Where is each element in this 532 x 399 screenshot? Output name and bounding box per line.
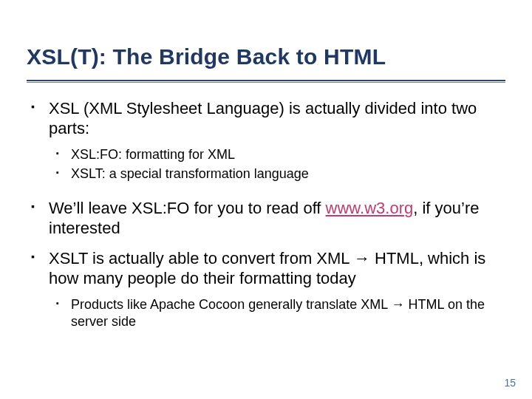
- w3-link[interactable]: www.w3.org: [326, 199, 414, 217]
- bullet-item: XSL (XML Stylesheet Language) is actuall…: [46, 99, 501, 183]
- bullet-item: XSLT is actually able to convert from XM…: [46, 249, 501, 330]
- page-number: 15: [504, 377, 516, 389]
- bullet-text: XSL (XML Stylesheet Language) is actuall…: [49, 99, 477, 137]
- sub-bullet-list: XSL:FO: formatting for XML XSLT: a speci…: [49, 146, 501, 183]
- sub-bullet-item: Products like Apache Cocoon generally tr…: [69, 296, 501, 331]
- slide-title: XSL(T): The Bridge Back to HTML: [27, 44, 505, 77]
- sub-bullet-list: Products like Apache Cocoon generally tr…: [49, 296, 501, 331]
- bullet-text-pre: We’ll leave XSL:FO for you to read off: [49, 199, 326, 217]
- bullet-text: XSLT is actually able to convert from XM…: [49, 249, 485, 287]
- sub-bullet-item: XSL:FO: formatting for XML: [69, 146, 501, 163]
- sub-bullet-item: XSLT: a special transformation language: [69, 166, 501, 183]
- bullet-item: We’ll leave XSL:FO for you to read off w…: [46, 199, 501, 239]
- bullet-list: XSL (XML Stylesheet Language) is actuall…: [27, 99, 505, 331]
- title-rule: [27, 80, 505, 83]
- slide: XSL(T): The Bridge Back to HTML XSL (XML…: [0, 0, 532, 399]
